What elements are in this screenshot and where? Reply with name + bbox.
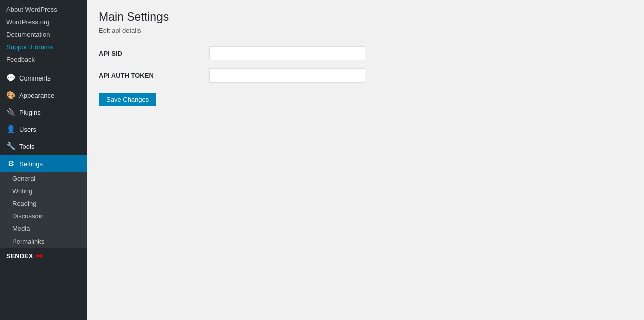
sendex-label: SENDEX <box>6 252 33 260</box>
save-changes-button[interactable]: Save Changes <box>99 93 156 106</box>
sidebar-item-users-label: Users <box>19 126 36 133</box>
users-icon: 👤 <box>6 125 15 134</box>
page-subtitle: Edit api details <box>99 27 632 34</box>
sidebar-item-support-forums[interactable]: Support Forums <box>0 41 87 53</box>
sendex-arrows-icon: ⇒ <box>36 251 42 261</box>
sidebar: About WordPress WordPress.org Documentat… <box>0 0 87 320</box>
api-auth-token-input[interactable] <box>209 68 365 83</box>
settings-submenu-media[interactable]: Media <box>0 222 87 235</box>
sidebar-top-links: About WordPress WordPress.org Documentat… <box>0 0 87 69</box>
settings-submenu-discussion[interactable]: Discussion <box>0 210 87 222</box>
plugins-icon: 🔌 <box>6 108 15 117</box>
sidebar-item-sendex[interactable]: SENDEX ⇒ <box>0 248 87 264</box>
api-sid-input[interactable] <box>209 46 365 60</box>
sidebar-item-comments-label: Comments <box>19 74 51 82</box>
sidebar-item-plugins-label: Plugins <box>19 109 41 116</box>
settings-submenu-general[interactable]: General <box>0 172 87 185</box>
appearance-icon: 🎨 <box>6 91 15 100</box>
sidebar-item-tools[interactable]: 🔧 Tools <box>0 138 87 155</box>
main-content: Main Settings Edit api details API SID A… <box>87 0 644 320</box>
api-sid-label: API SID <box>99 50 209 57</box>
settings-submenu-writing[interactable]: Writing <box>0 185 87 197</box>
sidebar-item-settings[interactable]: ⚙ Settings <box>0 155 87 172</box>
sidebar-item-appearance-label: Appearance <box>19 92 54 99</box>
api-sid-row: API SID <box>99 46 632 60</box>
settings-submenu-reading[interactable]: Reading <box>0 197 87 210</box>
sidebar-item-plugins[interactable]: 🔌 Plugins <box>0 104 87 121</box>
page-title: Main Settings <box>99 10 632 24</box>
sidebar-item-feedback[interactable]: Feedback <box>0 53 87 66</box>
sidebar-item-wordpress-org[interactable]: WordPress.org <box>0 16 87 28</box>
sidebar-item-tools-label: Tools <box>19 143 34 150</box>
api-auth-token-row: API AUTH TOKEN <box>99 68 632 83</box>
settings-submenu-permalinks[interactable]: Permalinks <box>0 235 87 248</box>
sidebar-item-users[interactable]: 👤 Users <box>0 121 87 138</box>
sidebar-item-about-wordpress[interactable]: About WordPress <box>0 3 87 16</box>
comments-icon: 💬 <box>6 73 15 83</box>
sidebar-item-documentation[interactable]: Documentation <box>0 28 87 41</box>
tools-icon: 🔧 <box>6 142 15 151</box>
sidebar-item-comments[interactable]: 💬 Comments <box>0 69 87 87</box>
api-auth-token-label: API AUTH TOKEN <box>99 72 209 79</box>
settings-submenu: General Writing Reading Discussion Media… <box>0 172 87 248</box>
sidebar-item-settings-label: Settings <box>19 160 43 168</box>
settings-arrow-indicator <box>81 160 85 167</box>
sidebar-item-appearance[interactable]: 🎨 Appearance <box>0 87 87 104</box>
settings-icon: ⚙ <box>6 159 15 168</box>
